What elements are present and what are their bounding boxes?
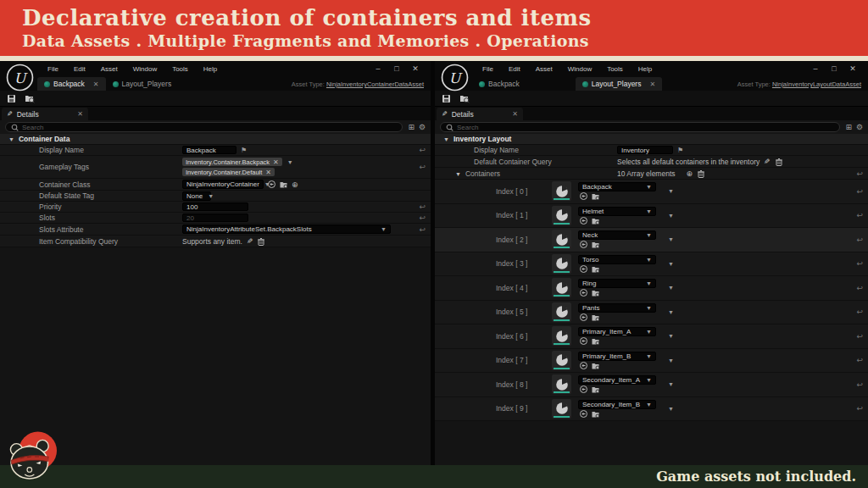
tab-layout-players[interactable]: Layout_Players ✕ [576, 77, 662, 91]
chevron-down-icon[interactable]: ▼ [287, 159, 293, 165]
menu-item-edit[interactable]: Edit [67, 64, 92, 75]
reset-icon[interactable]: ↩ [856, 169, 868, 178]
tab-backpack[interactable]: Backpack ✕ [37, 77, 106, 91]
search-input[interactable]: Search [5, 122, 403, 132]
browse-to-asset-icon[interactable] [592, 337, 599, 345]
browse-to-asset-icon[interactable] [592, 313, 599, 321]
maximize-button[interactable]: □ [392, 64, 402, 73]
slots-attribute-dropdown[interactable]: NinjaInventoryAttributeSet.BackpackSlots… [182, 225, 391, 234]
reset-icon[interactable]: ↩ [856, 356, 868, 364]
close-button[interactable]: ✕ [410, 64, 420, 73]
maximize-button[interactable]: □ [829, 64, 839, 73]
display-name-input[interactable]: Inventory [617, 146, 673, 154]
section-container-data[interactable]: ▼ Container Data [0, 134, 431, 145]
menu-item-help[interactable]: Help [197, 64, 224, 75]
priority-input[interactable]: 100 [182, 202, 248, 211]
container-asset-dropdown[interactable]: Helmet▼ [578, 207, 656, 216]
default-state-tag-dropdown[interactable]: None▼ [182, 191, 211, 201]
menu-item-asset[interactable]: Asset [94, 64, 125, 75]
section-inventory-layout[interactable]: ▼ Inventory Layout [435, 134, 868, 145]
browse-to-asset-icon[interactable] [592, 241, 599, 248]
expand-row-chevron-icon[interactable]: ▼ [668, 406, 674, 412]
gear-icon[interactable]: ⚙ [856, 123, 863, 131]
use-selected-icon[interactable] [580, 337, 587, 345]
use-selected-icon[interactable] [580, 385, 587, 393]
browse-to-asset-icon[interactable] [592, 217, 599, 225]
menu-item-tools[interactable]: Tools [600, 64, 630, 75]
asset-thumbnail[interactable] [552, 302, 571, 322]
details-tab[interactable]: ✎ Details ✕ [2, 108, 88, 120]
container-asset-dropdown[interactable]: Backpack▼ [578, 182, 656, 191]
reset-icon[interactable]: ↩ [856, 187, 868, 196]
use-selected-icon[interactable] [580, 217, 587, 225]
expand-row-chevron-icon[interactable]: ▼ [668, 285, 674, 291]
asset-thumbnail[interactable] [552, 326, 571, 346]
tab-close-icon[interactable]: ✕ [649, 80, 655, 88]
asset-thumbnail[interactable] [552, 399, 571, 419]
search-input[interactable]: Search [440, 122, 840, 132]
expand-row-chevron-icon[interactable]: ▼ [668, 261, 674, 267]
browse-to-asset-icon[interactable] [592, 265, 599, 273]
details-tab[interactable]: ✎ Details ✕ [437, 108, 523, 120]
container-asset-dropdown[interactable]: Secondary_Item_B▼ [578, 400, 656, 409]
trash-icon[interactable] [257, 237, 265, 246]
expand-row-chevron-icon[interactable]: ▼ [668, 213, 674, 219]
reset-icon[interactable]: ↩ [419, 146, 431, 154]
asset-thumbnail[interactable] [552, 374, 571, 394]
remove-tag-icon[interactable]: ✕ [265, 169, 271, 176]
details-tab-close-icon[interactable]: ✕ [77, 110, 83, 118]
reset-icon[interactable]: ↩ [856, 284, 868, 292]
use-selected-icon[interactable] [580, 289, 587, 297]
menu-item-file[interactable]: File [476, 64, 500, 75]
plus-circle-icon[interactable]: ⊕ [292, 180, 298, 189]
browse-to-asset-icon[interactable] [592, 385, 599, 393]
menu-item-file[interactable]: File [41, 64, 65, 75]
asset-type-link[interactable]: NinjaInventoryContainerDataAsset [326, 80, 424, 88]
edit-query-icon[interactable]: ✎ [247, 237, 253, 246]
reset-icon[interactable]: ↩ [419, 202, 431, 211]
use-selected-icon[interactable] [580, 241, 587, 248]
save-icon[interactable] [442, 94, 451, 103]
use-selected-icon[interactable] [580, 192, 587, 200]
use-selected-icon[interactable] [580, 265, 587, 273]
reset-icon[interactable]: ↩ [856, 404, 868, 413]
display-name-input[interactable]: Backpack [182, 146, 236, 154]
use-selected-icon[interactable] [268, 180, 275, 188]
reset-icon[interactable]: ↩ [856, 236, 868, 244]
reset-icon[interactable]: ↩ [856, 259, 868, 268]
use-selected-icon[interactable] [580, 362, 587, 369]
container-class-dropdown[interactable]: NinjaInventoryContainer▼ [182, 180, 264, 189]
browse-icon[interactable] [459, 93, 470, 103]
tab-close-icon[interactable]: ✕ [93, 80, 99, 88]
browse-icon[interactable] [25, 93, 35, 103]
asset-thumbnail[interactable] [552, 351, 571, 370]
add-element-icon[interactable]: ⊕ [687, 169, 693, 178]
use-selected-icon[interactable] [580, 313, 587, 321]
remove-tag-icon[interactable]: ✕ [273, 158, 279, 166]
reset-icon[interactable]: ↩ [856, 308, 868, 316]
container-asset-dropdown[interactable]: Secondary_Item_A▼ [578, 375, 656, 385]
asset-thumbnail[interactable] [552, 278, 571, 297]
grid-view-icon[interactable]: ⊞ [845, 123, 852, 131]
menu-item-help[interactable]: Help [632, 64, 659, 75]
close-button[interactable]: ✕ [848, 64, 858, 73]
expand-row-chevron-icon[interactable]: ▼ [668, 358, 674, 363]
browse-to-asset-icon[interactable] [592, 362, 599, 369]
details-tab-close-icon[interactable]: ✕ [512, 110, 518, 118]
browse-to-asset-icon[interactable] [280, 180, 287, 188]
use-selected-icon[interactable] [580, 410, 587, 418]
expand-row-chevron-icon[interactable]: ▼ [668, 309, 674, 315]
browse-to-asset-icon[interactable] [592, 410, 599, 418]
minimize-button[interactable]: – [810, 64, 821, 73]
reset-icon[interactable]: ↩ [856, 211, 868, 219]
reset-icon[interactable]: ↩ [856, 380, 868, 389]
menu-item-window[interactable]: Window [126, 64, 164, 75]
trash-icon[interactable] [697, 169, 705, 178]
browse-to-asset-icon[interactable] [592, 289, 599, 297]
tab-backpack[interactable]: Backpack [472, 77, 526, 91]
localization-flag-icon[interactable]: ⚑ [241, 147, 247, 154]
container-asset-dropdown[interactable]: Primary_Item_A▼ [578, 327, 656, 336]
asset-thumbnail[interactable] [552, 254, 571, 274]
localization-flag-icon[interactable]: ⚑ [677, 147, 683, 154]
reset-icon[interactable]: ↩ [419, 163, 431, 171]
